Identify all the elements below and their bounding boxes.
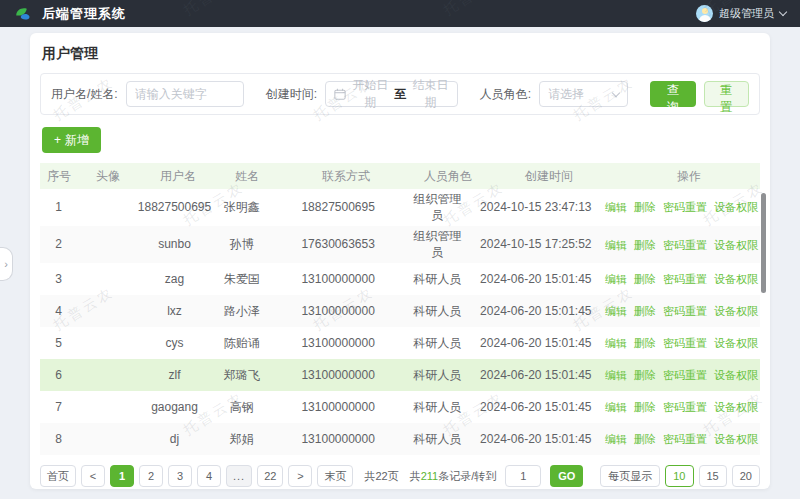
end-date-placeholder[interactable]: 结束日期 <box>412 77 448 111</box>
prev-page-button[interactable]: < <box>81 465 105 487</box>
table-row[interactable]: 8dj郑娟13100000000科研人员2024-06-20 15:01:45编… <box>40 423 760 455</box>
page-number-button[interactable]: 22 <box>257 465 283 487</box>
name-cell: 郑娟 <box>213 429 270 451</box>
contact-cell: 17630063653 <box>270 234 406 256</box>
action-reset-password[interactable]: 密码重置 <box>663 272 707 286</box>
per-page-option-20[interactable]: 20 <box>732 465 760 487</box>
col-header-name: 姓名 <box>218 168 276 185</box>
per-page-label: 每页显示 <box>600 465 660 487</box>
goto-page-input[interactable] <box>505 465 541 487</box>
action-reset-password[interactable]: 密码重置 <box>663 400 707 414</box>
actions-cell: 编辑删除密码重置设备权限 <box>603 397 760 417</box>
created-cell: 2024-10-15 17:25:52 <box>469 234 603 256</box>
reset-button[interactable]: 重置 <box>704 81 749 107</box>
table-row[interactable]: 4lxz路小泽13100000000科研人员2024-06-20 15:01:4… <box>40 295 760 327</box>
record-count: 211 <box>421 470 439 482</box>
action-device-permission[interactable]: 设备权限 <box>714 272 758 286</box>
action-delete[interactable]: 删除 <box>634 336 656 350</box>
action-reset-password[interactable]: 密码重置 <box>663 336 707 350</box>
role-filter-label: 人员角色: <box>480 86 531 103</box>
action-edit[interactable]: 编辑 <box>605 304 627 318</box>
sidebar-expand-handle[interactable]: › <box>0 247 13 281</box>
action-delete[interactable]: 删除 <box>634 200 656 214</box>
action-delete[interactable]: 删除 <box>634 400 656 414</box>
username-cell: zlf <box>136 365 214 387</box>
add-user-button[interactable]: + 新增 <box>42 127 101 153</box>
action-device-permission[interactable]: 设备权限 <box>714 368 758 382</box>
action-edit[interactable]: 编辑 <box>605 400 627 414</box>
per-page-option-15[interactable]: 15 <box>699 465 727 487</box>
action-reset-password[interactable]: 密码重置 <box>663 368 707 382</box>
action-edit[interactable]: 编辑 <box>605 200 627 214</box>
table-row[interactable]: 3zag朱爱国13100000000科研人员2024-06-20 15:01:4… <box>40 263 760 295</box>
page-number-button[interactable]: 4 <box>197 465 221 487</box>
created-cell: 2024-06-20 15:01:45 <box>469 365 603 387</box>
col-header-role: 人员角色 <box>416 168 480 185</box>
action-device-permission[interactable]: 设备权限 <box>714 304 758 318</box>
action-device-permission[interactable]: 设备权限 <box>714 238 758 252</box>
created-cell: 2024-06-20 15:01:45 <box>469 429 603 451</box>
role-cell: 科研人员 <box>406 301 468 323</box>
table-row[interactable]: 6zlf郑璐飞13100000000科研人员2024-06-20 15:01:4… <box>40 359 760 391</box>
row-no: 2 <box>40 234 77 256</box>
per-page-option-10[interactable]: 10 <box>665 465 693 487</box>
action-delete[interactable]: 删除 <box>634 238 656 252</box>
action-device-permission[interactable]: 设备权限 <box>714 432 758 446</box>
table-body: 118827500695张明鑫18827500695组织管理员2024-10-1… <box>40 189 760 455</box>
name-cell: 朱爱国 <box>213 269 270 291</box>
action-reset-password[interactable]: 密码重置 <box>663 432 707 446</box>
go-button[interactable]: GO <box>550 465 583 487</box>
last-page-button[interactable]: 末页 <box>317 465 353 487</box>
action-device-permission[interactable]: 设备权限 <box>714 336 758 350</box>
top-bar: 后端管理系统 超级管理员 <box>0 0 800 27</box>
vertical-scrollbar-thumb[interactable] <box>761 193 766 293</box>
action-edit[interactable]: 编辑 <box>605 432 627 446</box>
table-row[interactable]: 2sunbo孙博17630063653组织管理员2024-10-15 17:25… <box>40 226 760 263</box>
row-no: 3 <box>40 269 77 291</box>
row-no: 1 <box>40 197 77 219</box>
actions-cell: 编辑删除密码重置设备权限 <box>603 197 760 217</box>
page-number-button[interactable]: 3 <box>168 465 192 487</box>
row-no: 7 <box>40 397 77 419</box>
page-number-button[interactable]: 1 <box>110 465 134 487</box>
action-reset-password[interactable]: 密码重置 <box>663 200 707 214</box>
action-reset-password[interactable]: 密码重置 <box>663 238 707 252</box>
username-cell: 18827500695 <box>136 197 214 219</box>
action-edit[interactable]: 编辑 <box>605 272 627 286</box>
avatar-cell <box>77 308 135 314</box>
action-reset-password[interactable]: 密码重置 <box>663 304 707 318</box>
table-row[interactable]: 7gaogang高钢13100000000科研人员2024-06-20 15:0… <box>40 391 760 423</box>
avatar-cell <box>77 404 135 410</box>
col-header-actions: 操作 <box>618 168 760 185</box>
table-row[interactable]: 118827500695张明鑫18827500695组织管理员2024-10-1… <box>40 189 760 226</box>
total-records-text: 共211条记录/转到 <box>410 469 497 484</box>
action-delete[interactable]: 删除 <box>634 272 656 286</box>
date-filter-label: 创建时间: <box>266 86 317 103</box>
first-page-button[interactable]: 首页 <box>40 465 76 487</box>
page-number-button[interactable]: 2 <box>139 465 163 487</box>
role-select[interactable]: 请选择 <box>539 81 628 107</box>
action-device-permission[interactable]: 设备权限 <box>714 200 758 214</box>
action-edit[interactable]: 编辑 <box>605 238 627 252</box>
search-button[interactable]: 查询 <box>650 81 695 107</box>
action-delete[interactable]: 删除 <box>634 432 656 446</box>
name-filter-input[interactable] <box>126 81 244 107</box>
start-date-placeholder[interactable]: 开始日期 <box>352 77 388 111</box>
actions-cell: 编辑删除密码重置设备权限 <box>603 429 760 449</box>
name-cell: 高钢 <box>213 397 270 419</box>
col-header-contact: 联系方式 <box>276 168 416 185</box>
user-menu[interactable]: 超级管理员 <box>696 5 786 22</box>
name-cell: 陈贻诵 <box>213 333 270 355</box>
action-edit[interactable]: 编辑 <box>605 368 627 382</box>
action-device-permission[interactable]: 设备权限 <box>714 400 758 414</box>
page-ellipsis-button[interactable]: ... <box>226 465 252 487</box>
table-row[interactable]: 5cys陈贻诵13100000000科研人员2024-06-20 15:01:4… <box>40 327 760 359</box>
action-delete[interactable]: 删除 <box>634 304 656 318</box>
action-edit[interactable]: 编辑 <box>605 336 627 350</box>
col-header-username: 用户名 <box>138 168 218 185</box>
next-page-button[interactable]: > <box>288 465 312 487</box>
username-cell: zag <box>136 269 214 291</box>
date-range-picker[interactable]: 开始日期 至 结束日期 <box>325 81 458 107</box>
action-delete[interactable]: 删除 <box>634 368 656 382</box>
table-header-row: 序号 头像 用户名 姓名 联系方式 人员角色 创建时间 操作 <box>40 163 760 189</box>
